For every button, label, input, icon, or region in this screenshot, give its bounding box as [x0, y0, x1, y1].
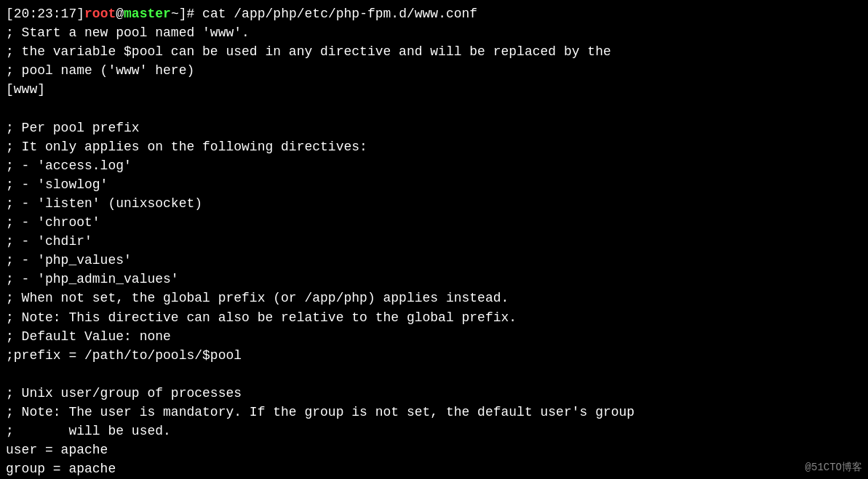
- watermark: @51CTO博客: [805, 460, 862, 475]
- prompt-path: ~]: [171, 4, 187, 23]
- timestamp: [20:23:17]: [6, 4, 84, 23]
- username: root: [84, 4, 116, 23]
- prompt-line: [20:23:17] root @ master ~] # cat /app/p…: [6, 4, 862, 23]
- terminal-window: [20:23:17] root @ master ~] # cat /app/p…: [0, 0, 868, 479]
- terminal-output: ; Start a new pool named 'www'. ; the va…: [6, 23, 862, 478]
- at-sign: @: [116, 4, 124, 23]
- command: cat /app/php/etc/php-fpm.d/www.conf: [194, 4, 477, 23]
- hostname: master: [124, 4, 171, 23]
- prompt-hash: #: [186, 4, 194, 23]
